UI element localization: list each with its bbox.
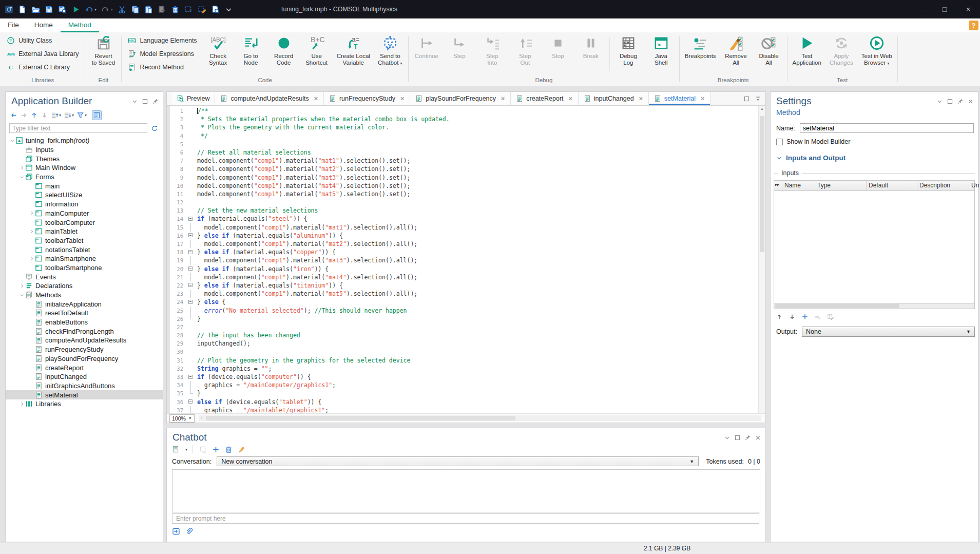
- chevron-down-icon[interactable]: ▾: [85, 113, 87, 118]
- preview-document-button[interactable]: [211, 4, 220, 15]
- attach-file-button[interactable]: [185, 527, 193, 536]
- editor-tab-preview[interactable]: Preview: [171, 92, 215, 105]
- fold-marker-icon[interactable]: [188, 399, 193, 404]
- save-button[interactable]: [45, 4, 53, 15]
- pc-chev-icon[interactable]: [936, 98, 943, 105]
- expander-icon[interactable]: [18, 402, 25, 407]
- ribbon-button-external-c-library[interactable]: CExternal C Library: [2, 61, 83, 74]
- ribbon-button-disable-all[interactable]: DisableAll: [753, 32, 785, 66]
- table-header-name[interactable]: Name: [782, 181, 815, 190]
- tree-item-themes[interactable]: Themes: [6, 154, 163, 163]
- ribbon-button-continue[interactable]: Continue: [410, 32, 443, 60]
- ribbon-button-apply-changes[interactable]: ApplyChanges: [825, 32, 858, 66]
- expander-icon[interactable]: [18, 283, 25, 289]
- new-file-button[interactable]: [18, 4, 27, 15]
- pc-chev-icon[interactable]: [131, 98, 138, 105]
- ribbon-button-step-out[interactable]: StepOut: [509, 32, 542, 66]
- ribbon-button-test-in-web-browser[interactable]: Test in WebBrowser ▾: [858, 32, 896, 67]
- move-up-button[interactable]: [29, 111, 39, 120]
- table-horizontal-scrollbar[interactable]: [774, 303, 975, 309]
- code-line-31[interactable]: 31// Plot the geometry in the graphics f…: [170, 356, 758, 365]
- close-tab-icon[interactable]: ✕: [568, 95, 573, 102]
- chevron-down-icon[interactable]: ▾: [111, 7, 113, 12]
- code-line-32[interactable]: 32String graphics = "";: [170, 365, 758, 373]
- tree-item-initializeapplication[interactable]: initializeApplication: [6, 299, 163, 309]
- move-down-button[interactable]: [40, 111, 49, 120]
- table-header-type[interactable]: Type: [815, 181, 867, 190]
- forward-button[interactable]: [19, 111, 29, 120]
- code-editor[interactable]: 1/**2 * Sets the material properties whe…: [167, 106, 758, 414]
- delete-button[interactable]: [171, 4, 180, 15]
- filter-button[interactable]: ▾: [75, 111, 88, 120]
- ribbon-button-revert-to-saved[interactable]: Revertto Saved: [87, 32, 120, 66]
- prompt-input[interactable]: [172, 513, 759, 524]
- close-button[interactable]: ×: [956, 0, 980, 18]
- tree-item-enablebuttons[interactable]: enableButtons: [6, 318, 163, 327]
- conversation-dropdown[interactable]: New conversation ▼: [217, 456, 699, 466]
- tree-item-forms[interactable]: Forms: [6, 173, 163, 182]
- ribbon-button-create-local-variable[interactable]: a=TCreate LocalVariable: [333, 32, 374, 66]
- close-tab-icon[interactable]: ✕: [501, 95, 505, 102]
- section-collapse-icon[interactable]: [776, 155, 782, 161]
- move-down-button[interactable]: [789, 313, 796, 320]
- tree-item-resettodefault[interactable]: resetToDefault: [6, 309, 163, 318]
- tree-filter-input[interactable]: [9, 123, 147, 133]
- scroll-up-icon[interactable]: ▲: [759, 107, 765, 110]
- ribbon-button-use-shortcut[interactable]: B+CUseShortcut: [300, 32, 333, 66]
- code-line-5[interactable]: 5: [170, 140, 758, 148]
- ribbon-button-utility-class[interactable]: Utility Class: [2, 34, 83, 47]
- tree-item-inputchanged[interactable]: inputChanged: [6, 372, 163, 381]
- tree-item-initgraphicsandbuttons[interactable]: initGraphicsAndButtons: [6, 381, 163, 391]
- ribbon-button-external-java-library[interactable]: JavaExternal Java Library: [2, 47, 83, 61]
- code-line-7[interactable]: 7model.component("comp1").material("mat1…: [170, 157, 758, 165]
- editor-vertical-scrollbar[interactable]: ▲: [758, 106, 765, 414]
- code-line-37[interactable]: 37 graphics = "/mainTablet/graphics1";: [170, 406, 758, 414]
- ribbon-button-record-code[interactable]: RecordCode: [267, 32, 300, 66]
- duplicate-button[interactable]: [158, 4, 166, 15]
- code-line-9[interactable]: 9model.component("comp1").material("mat3…: [170, 174, 758, 182]
- ribbon-button-go-to-node[interactable]: Go toNode: [235, 32, 267, 66]
- copy-button[interactable]: [131, 4, 140, 15]
- ribbon-button-debug-log[interactable]: DebugLog: [612, 32, 645, 66]
- code-line-10[interactable]: 10model.component("comp1").material("mat…: [170, 182, 758, 190]
- table-header-description[interactable]: Description: [917, 181, 969, 190]
- code-line-36[interactable]: 36else if (device.equals("tablet")) {: [170, 398, 758, 406]
- annotate-region-button[interactable]: [198, 4, 206, 15]
- fold-marker-icon[interactable]: [188, 283, 193, 287]
- expander-icon[interactable]: [18, 293, 25, 298]
- output-dropdown[interactable]: None ▼: [802, 327, 975, 337]
- tree-item-setmaterial[interactable]: setMaterial: [6, 390, 163, 399]
- ribbon-button-check-syntax[interactable]: [ABC]CheckSyntax: [202, 32, 235, 66]
- code-line-6[interactable]: 6// Reset all material selections: [170, 148, 758, 157]
- tree-item-events[interactable]: Events: [6, 272, 163, 281]
- table-header-default[interactable]: Default: [867, 181, 917, 190]
- fold-marker-icon[interactable]: [188, 375, 193, 379]
- code-line-24[interactable]: 24} else {: [170, 298, 758, 306]
- ribbon-button-send-to-chatbot[interactable]: Send toChatbot ▾: [374, 32, 407, 67]
- chevron-down-icon[interactable]: ▾: [59, 113, 61, 118]
- add-input-button[interactable]: [801, 313, 809, 320]
- code-line-19[interactable]: 19 model.component("comp1").material("ma…: [170, 256, 758, 264]
- editor-tab-inputchanged[interactable]: inputChanged✕: [579, 92, 649, 105]
- code-line-4[interactable]: 4 */: [170, 132, 758, 140]
- menu-tab-home[interactable]: Home: [27, 18, 61, 32]
- tree-item-main-window[interactable]: Main Window: [6, 163, 163, 173]
- code-line-23[interactable]: 23 model.component("comp1").material("ma…: [170, 290, 758, 298]
- tree-item-toolbarsmartphone[interactable]: toolbarSmartphone: [6, 263, 163, 273]
- tree-item-maintablet[interactable]: mainTablet: [6, 227, 163, 236]
- scroll-left-icon[interactable]: ‹: [199, 415, 205, 421]
- fold-marker-icon[interactable]: [188, 217, 193, 221]
- save-as-button[interactable]: [58, 4, 67, 15]
- expander-icon[interactable]: [28, 211, 35, 216]
- editor-tab-setmaterial[interactable]: setMaterial✕: [649, 92, 710, 105]
- tree-item-createreport[interactable]: createReport: [6, 363, 163, 372]
- scrollbar-thumb[interactable]: [760, 116, 764, 252]
- back-button[interactable]: [9, 111, 18, 120]
- ribbon-button-break[interactable]: Break: [574, 32, 607, 60]
- ribbon-button-remove-all[interactable]: RemoveAll: [720, 32, 753, 66]
- tree-item-maincomputer[interactable]: mainComputer: [6, 209, 163, 218]
- run-button[interactable]: [71, 4, 80, 15]
- tree-item-mainsmartphone[interactable]: mainSmartphone: [6, 254, 163, 263]
- editor-horizontal-scrollbar[interactable]: ‹: [199, 415, 761, 421]
- code-line-33[interactable]: 33if (device.equals("computer")) {: [170, 373, 758, 381]
